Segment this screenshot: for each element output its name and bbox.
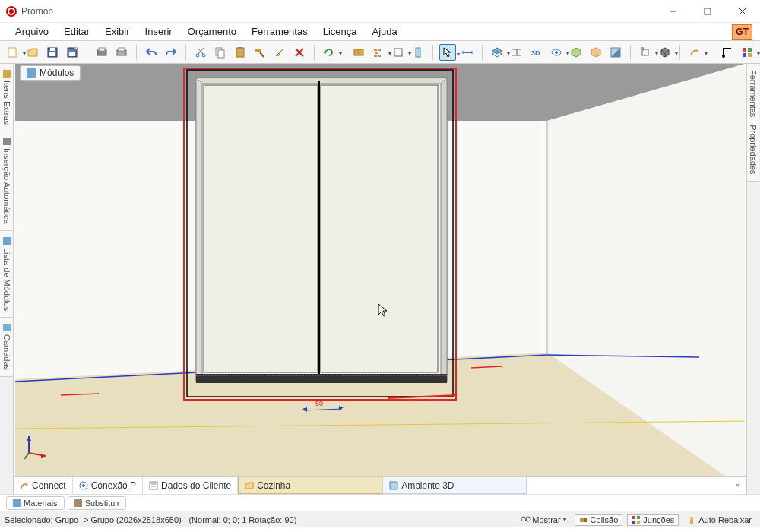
refresh-button[interactable]: ▾: [321, 44, 337, 61]
substituir-icon: [74, 499, 82, 507]
layers-button[interactable]: ▾: [489, 44, 505, 61]
conexao-icon: [79, 481, 88, 490]
cut-button[interactable]: [192, 44, 209, 61]
svg-point-17: [202, 54, 205, 57]
eye-button[interactable]: ▾: [548, 44, 565, 61]
view2-button[interactable]: [587, 44, 604, 61]
svg-marker-74: [441, 78, 447, 382]
redo-button[interactable]: [163, 44, 179, 61]
menu-inserir[interactable]: Inserir: [138, 24, 180, 40]
svg-rect-1: [705, 8, 711, 14]
tab-cozinha[interactable]: Cozinha: [238, 477, 382, 494]
scene-3d: 50: [14, 64, 746, 494]
palette-button[interactable]: ▾: [739, 44, 755, 61]
tab-camadas[interactable]: Camadas: [0, 318, 13, 377]
viewport-3d[interactable]: Módulos: [14, 64, 746, 494]
maximize-button[interactable]: [690, 0, 725, 23]
status-auto-rebaixar[interactable]: Auto Rebaixar: [683, 515, 755, 525]
svg-rect-8: [50, 48, 55, 51]
box-button[interactable]: ▾: [657, 44, 673, 61]
svg-marker-72: [196, 78, 447, 84]
copy-button[interactable]: [212, 44, 229, 61]
statusbar: Selecionado: Grupo -> Grupo (2026x2518x6…: [0, 511, 760, 527]
status-colisao[interactable]: Colisão: [575, 514, 623, 526]
dimension-button[interactable]: [508, 44, 525, 61]
status-right: Mostrar▾ Colisão Junções Auto Rebaixar: [517, 514, 755, 526]
dados-icon: [149, 481, 158, 490]
tab-dados-cliente[interactable]: Dados do Cliente: [143, 477, 238, 494]
tab-close[interactable]: ×: [729, 477, 746, 494]
print-button[interactable]: [113, 44, 130, 61]
menu-licenca[interactable]: Licença: [315, 24, 365, 40]
modules-icon: [27, 68, 36, 78]
tab-insercao-automatica[interactable]: Inserção Automática: [0, 131, 13, 231]
tab-substituir[interactable]: Substituir: [68, 496, 127, 510]
modules-badge[interactable]: Módulos: [20, 65, 81, 81]
save-button[interactable]: [44, 44, 61, 61]
open-button[interactable]: [24, 44, 41, 61]
menu-ajuda[interactable]: Ajuda: [365, 24, 405, 40]
svg-rect-112: [690, 520, 693, 524]
tab-itens-extras[interactable]: Itens Extras: [0, 64, 13, 131]
left-panel-tabs: Itens Extras Inserção Automática Lista d…: [0, 64, 14, 494]
hammer-button[interactable]: [252, 44, 268, 61]
tab-ferramentas-propriedades[interactable]: Ferramentas - Propriedades: [747, 64, 759, 182]
gt-badge[interactable]: GT: [732, 24, 752, 40]
right-panel-tabs: Ferramentas - Propriedades: [746, 64, 760, 494]
svg-rect-106: [584, 518, 587, 522]
light-button[interactable]: [410, 44, 426, 61]
menu-arquivo[interactable]: Arquivo: [8, 24, 56, 40]
app-title: Promob: [21, 6, 53, 17]
status-juncoes[interactable]: Junções: [627, 514, 679, 526]
menu-editar[interactable]: Editar: [56, 24, 97, 40]
wall-button[interactable]: ▾: [370, 44, 387, 61]
svg-rect-105: [580, 518, 584, 522]
delete-button[interactable]: [291, 44, 308, 61]
measure-tool[interactable]: [459, 44, 476, 61]
paste-button[interactable]: [232, 44, 249, 61]
svg-rect-15: [119, 48, 125, 51]
transparency-button[interactable]: [607, 44, 624, 61]
svg-rect-35: [378, 55, 381, 57]
select-tool[interactable]: ▾: [439, 44, 456, 61]
svg-point-102: [521, 517, 526, 521]
tab-lista-modulos[interactable]: Lista de Módulos: [0, 231, 13, 318]
draw-button[interactable]: ▾: [686, 44, 703, 61]
tab-conexao[interactable]: Conexão P: [73, 477, 143, 494]
menu-orcamento[interactable]: Orçamento: [180, 24, 244, 40]
close-button[interactable]: [725, 0, 760, 23]
status-mostrar[interactable]: Mostrar▾: [517, 515, 569, 525]
tab-connect[interactable]: Connect: [14, 477, 73, 494]
auto-icon: [687, 515, 696, 524]
svg-rect-10: [69, 52, 75, 56]
view1-button[interactable]: [568, 44, 584, 61]
new-button[interactable]: ▾: [5, 44, 21, 61]
window-controls: [655, 0, 760, 23]
tab-ambiente-3d[interactable]: Ambiente 3D: [382, 477, 527, 494]
3d-button[interactable]: 3D: [528, 44, 545, 61]
menu-ferramentas[interactable]: Ferramentas: [244, 24, 315, 40]
svg-rect-23: [238, 47, 242, 49]
save-as-button[interactable]: [64, 44, 81, 61]
tab-materiais[interactable]: Materiais: [6, 496, 65, 510]
svg-rect-107: [632, 516, 635, 519]
status-selection: Selecionado: Grupo -> Grupo (2026x2518x6…: [5, 515, 296, 524]
minimize-button[interactable]: [655, 0, 690, 23]
corner-button[interactable]: [719, 44, 736, 61]
juncoes-icon: [632, 515, 641, 524]
main-area: Itens Extras Inserção Automática Lista d…: [0, 64, 760, 494]
svg-rect-58: [743, 48, 746, 52]
menu-exibir[interactable]: Exibir: [97, 24, 138, 40]
svg-rect-12: [99, 48, 105, 51]
brush-button[interactable]: [271, 44, 288, 61]
svg-text:3D: 3D: [531, 49, 540, 57]
rotate-view-button[interactable]: ▾: [637, 44, 654, 61]
geometry-button[interactable]: ▾: [390, 44, 407, 61]
svg-rect-7: [49, 52, 55, 56]
print-preview-button[interactable]: [93, 44, 110, 61]
svg-rect-60: [743, 53, 746, 57]
colisao-icon: [579, 515, 588, 524]
undo-button[interactable]: [143, 44, 160, 61]
svg-point-57: [722, 55, 725, 58]
module-button[interactable]: [350, 44, 367, 61]
